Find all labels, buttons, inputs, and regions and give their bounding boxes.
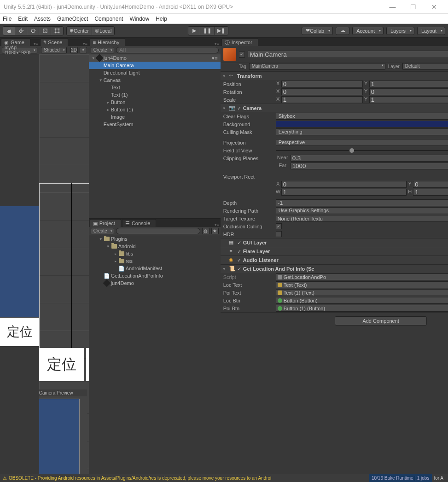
hierarchy-create[interactable]: Create bbox=[91, 47, 114, 53]
hierarchy-tree[interactable]: ▼jun4Demo▾≡ Main Camera Directional Ligh… bbox=[89, 54, 221, 218]
tab-inspector[interactable]: ⓘ Inspector bbox=[221, 38, 258, 46]
pos-y[interactable] bbox=[369, 81, 448, 87]
viewport-h[interactable] bbox=[413, 189, 448, 196]
near-field[interactable] bbox=[291, 155, 448, 162]
tag-dropdown[interactable]: MainCamera bbox=[249, 63, 385, 70]
collab-dropdown[interactable]: ❤ Collab bbox=[302, 27, 333, 35]
rot-y[interactable] bbox=[369, 88, 448, 95]
hierarchy-item[interactable]: Text bbox=[89, 84, 221, 91]
pivot-center[interactable]: ⊕ Center bbox=[67, 27, 92, 35]
project-item[interactable]: ▸libs bbox=[89, 250, 221, 257]
pos-x[interactable] bbox=[281, 81, 363, 87]
clearflags-dropdown[interactable]: Skybox bbox=[276, 113, 448, 120]
guilayer-header[interactable]: ▦✓GUI Layer▣⚙ bbox=[221, 238, 448, 247]
hierarchy-item[interactable]: EventSystem bbox=[89, 121, 221, 128]
menu-file[interactable]: File bbox=[3, 16, 12, 22]
scale-tool[interactable] bbox=[39, 27, 51, 35]
locbtn-field[interactable]: Button (Button)⊙ bbox=[276, 297, 448, 304]
layout-dropdown[interactable]: Layout bbox=[417, 27, 445, 35]
account-dropdown[interactable]: Account bbox=[352, 27, 384, 35]
menu-component[interactable]: Component bbox=[94, 16, 123, 22]
panel-menu-icon[interactable]: ▾≡ bbox=[213, 41, 220, 46]
hierarchy-item[interactable]: Directional Light bbox=[89, 69, 221, 76]
rotate-tool[interactable] bbox=[27, 27, 39, 35]
step-button[interactable]: ▶❚ bbox=[215, 27, 228, 35]
status-warning[interactable]: ⚠OBSOLETE - Providing Android resources … bbox=[3, 476, 369, 481]
targettex-field[interactable]: None (Render Textu⊙ bbox=[276, 215, 448, 222]
viewport-y[interactable] bbox=[413, 181, 448, 188]
filter-icon[interactable]: ◍ bbox=[202, 228, 209, 234]
gameobject-name-field[interactable] bbox=[248, 51, 448, 58]
hdr-checkbox[interactable] bbox=[276, 231, 282, 237]
hierarchy-item[interactable]: ▸Button bbox=[89, 99, 221, 106]
tab-console[interactable]: ☰ Console bbox=[122, 219, 156, 227]
bake-progress[interactable]: 10/16 Bake Runtime | 1 jobs bbox=[369, 474, 432, 482]
pause-button[interactable]: ❚❚ bbox=[200, 27, 215, 35]
viewport-w[interactable] bbox=[281, 189, 407, 196]
project-item[interactable]: 📄GetLocationAndPoiInfo bbox=[89, 272, 221, 279]
menu-window[interactable]: Window bbox=[129, 16, 149, 22]
menu-assets[interactable]: Assets bbox=[34, 16, 51, 22]
panel-menu-icon[interactable]: ▾≡ bbox=[32, 41, 39, 46]
poibtn-field[interactable]: Button (1) (Button)⊙ bbox=[276, 305, 448, 312]
audiolistener-header[interactable]: ◉✓Audio Listener▣⚙ bbox=[221, 256, 448, 264]
hierarchy-item[interactable]: Text (1) bbox=[89, 91, 221, 99]
script-field[interactable]: GetLocationAndPo⊙ bbox=[276, 273, 448, 280]
poitext-field[interactable]: Text (1) (Text)⊙ bbox=[276, 289, 448, 296]
project-item[interactable]: ▼Android bbox=[89, 243, 221, 250]
add-component-button[interactable]: Add Component bbox=[335, 316, 427, 325]
projection-dropdown[interactable]: Perspective bbox=[276, 139, 448, 146]
occlusion-checkbox[interactable]: ✓ bbox=[276, 223, 282, 229]
menu-gameobject[interactable]: GameObject bbox=[57, 16, 88, 22]
project-create[interactable]: Create bbox=[91, 228, 114, 234]
game-view[interactable]: 定位 周边 bbox=[0, 54, 39, 474]
panel-menu-icon[interactable]: ▾≡ bbox=[81, 41, 88, 46]
aspect-dropdown[interactable]: myApi (1080x1920) bbox=[2, 47, 37, 53]
project-search[interactable] bbox=[116, 228, 200, 234]
viewport-x[interactable] bbox=[281, 181, 407, 188]
tab-project[interactable]: ▣ Project bbox=[90, 219, 121, 227]
2d-toggle[interactable]: 2D bbox=[70, 47, 78, 53]
panel-menu-icon[interactable]: ▾≡ bbox=[213, 222, 220, 227]
menu-edit[interactable]: Edit bbox=[18, 16, 28, 22]
active-checkbox[interactable]: ✓ bbox=[239, 52, 245, 58]
scene-view[interactable]: 定位 周边 Camera Preview bbox=[39, 54, 88, 474]
hand-tool[interactable] bbox=[3, 27, 15, 35]
scale-y[interactable] bbox=[369, 96, 448, 103]
project-item[interactable]: jun4Demo bbox=[89, 279, 221, 287]
fov-slider[interactable] bbox=[276, 147, 448, 154]
hierarchy-item[interactable]: Main Camera bbox=[89, 62, 221, 69]
layer-dropdown[interactable]: Default bbox=[402, 63, 448, 70]
hierarchy-item[interactable]: ▸Button (1) bbox=[89, 106, 221, 113]
loctext-field[interactable]: Text (Text)⊙ bbox=[276, 281, 448, 288]
script-header[interactable]: ▼📜✓Get Location And Poi Info (Sc▣⚙ bbox=[221, 265, 448, 273]
project-item[interactable]: ▼Plugins bbox=[89, 235, 221, 243]
gameobject-icon[interactable] bbox=[223, 48, 236, 61]
pivot-local[interactable]: ◎ Local bbox=[92, 27, 114, 35]
move-tool[interactable] bbox=[15, 27, 27, 35]
project-tree[interactable]: ▼Plugins ▼Android ▸libs ▸res 📄AndroidMan… bbox=[89, 235, 221, 474]
play-button[interactable]: ▶ bbox=[188, 27, 200, 35]
maximize-button[interactable]: ☐ bbox=[403, 0, 424, 14]
menu-help[interactable]: Help bbox=[156, 16, 167, 22]
camera-enabled[interactable]: ✓ bbox=[237, 105, 241, 111]
minimize-button[interactable]: — bbox=[382, 0, 403, 14]
transform-header[interactable]: ▼⊹ Transform ▣⚙ bbox=[221, 72, 448, 80]
scene-root[interactable]: ▼jun4Demo▾≡ bbox=[89, 54, 221, 62]
background-color[interactable] bbox=[276, 121, 448, 128]
cullingmask-dropdown[interactable]: Everything bbox=[276, 128, 448, 135]
rot-x[interactable] bbox=[281, 88, 363, 95]
lighting-toggle[interactable]: ☀ bbox=[80, 47, 87, 53]
hierarchy-item[interactable]: Image bbox=[89, 113, 221, 121]
depth-field[interactable] bbox=[276, 199, 448, 206]
cloud-button[interactable]: ☁ bbox=[336, 27, 349, 35]
hierarchy-search[interactable] bbox=[116, 47, 219, 53]
tab-hierarchy[interactable]: ≡ Hierarchy bbox=[90, 38, 126, 46]
flarelayer-header[interactable]: ✦✓Flare Layer▣⚙ bbox=[221, 247, 448, 256]
hierarchy-item[interactable]: ▼Canvas bbox=[89, 76, 221, 84]
scale-x[interactable] bbox=[281, 96, 363, 103]
project-item[interactable]: 📄AndroidManifest bbox=[89, 265, 221, 272]
save-search-icon[interactable]: ★ bbox=[211, 228, 219, 234]
tab-scene[interactable]: # Scene bbox=[40, 38, 68, 46]
renderpath-dropdown[interactable]: Use Graphics Settings bbox=[276, 207, 448, 214]
